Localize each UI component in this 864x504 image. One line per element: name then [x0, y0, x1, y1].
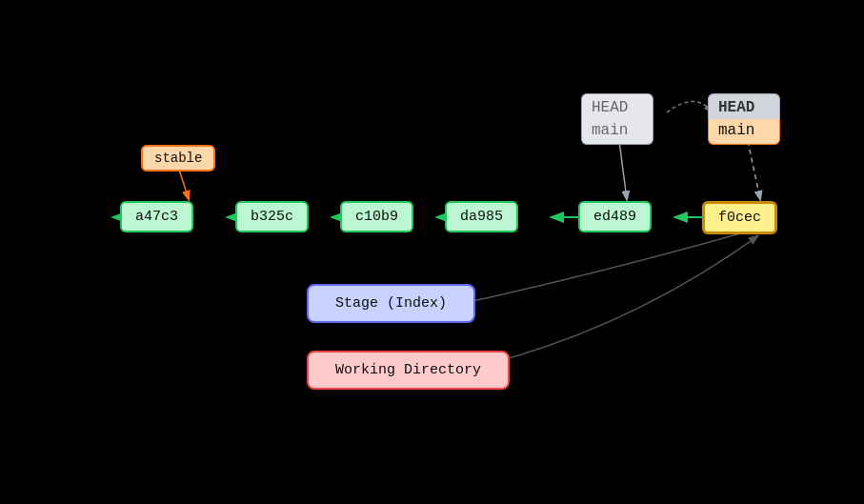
working-directory-box: Working Directory — [307, 351, 510, 390]
commit-c10b9: c10b9 — [340, 201, 413, 232]
label-stable: stable — [141, 145, 215, 171]
head1-top: HEAD — [581, 93, 653, 119]
head2-bottom: main — [708, 119, 780, 145]
head1-bottom: main — [581, 119, 653, 145]
commit-f0cec: f0cec — [702, 201, 777, 234]
diagram: a47c3 b325c c10b9 da985 ed489 f0cec stab… — [0, 0, 864, 504]
head-box-1: HEAD main — [581, 93, 653, 145]
connections-svg — [0, 0, 864, 504]
head-box-2: HEAD main — [708, 93, 780, 145]
svg-line-6 — [179, 170, 189, 199]
head2-top: HEAD — [708, 93, 780, 119]
commit-ed489: ed489 — [578, 201, 652, 232]
commit-da985: da985 — [445, 201, 518, 232]
svg-line-8 — [748, 141, 760, 199]
commit-b325c: b325c — [235, 201, 309, 232]
commit-a47c3: a47c3 — [120, 201, 193, 232]
svg-line-7 — [619, 141, 627, 199]
stage-box: Stage (Index) — [307, 284, 475, 323]
